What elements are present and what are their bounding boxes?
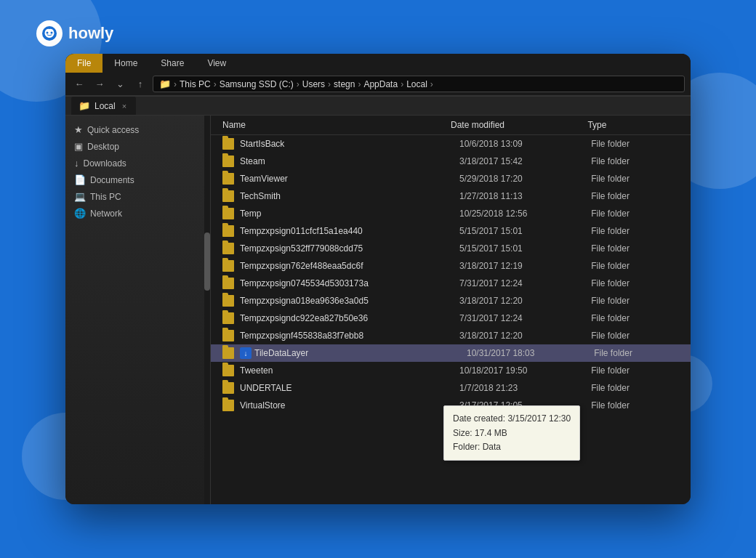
file-explorer-window: File Home Share View ← → ⌄ ↑ 📁 › This PC…	[65, 54, 691, 504]
table-row[interactable]: Steam3/18/2017 15:42File folder	[211, 153, 691, 170]
col-header-type[interactable]: Type	[587, 120, 679, 130]
file-date: 5/15/2017 15:01	[459, 226, 591, 236]
path-local[interactable]: Local	[406, 79, 427, 89]
file-date: 3/18/2017 12:20	[459, 331, 591, 341]
path-separator-1: ›	[214, 79, 217, 89]
back-button[interactable]: ←	[71, 76, 87, 92]
path-separator-4: ›	[358, 79, 361, 89]
file-name: Tempzxpsigndc922ea827b50e36	[240, 313, 459, 323]
file-type: File folder	[591, 331, 679, 341]
forward-button[interactable]: →	[92, 76, 108, 92]
file-type: File folder	[591, 139, 679, 149]
downloads-icon: ↓	[74, 158, 79, 169]
table-row[interactable]: Temp10/25/2018 12:56File folder	[211, 205, 691, 222]
path-separator-6: ›	[430, 79, 433, 89]
path-user[interactable]: stegn	[334, 79, 355, 89]
tab-label: Local	[94, 101, 116, 111]
address-bar: ← → ⌄ ↑ 📁 › This PC › Samsung SSD (C:) ›…	[65, 73, 691, 96]
file-type: File folder	[591, 296, 679, 306]
file-name: StartIsBack	[240, 139, 459, 149]
sidebar-item-network[interactable]: 🌐 Network	[65, 205, 210, 222]
file-type: File folder	[591, 191, 679, 201]
tab-bar: 📁 Local ×	[65, 97, 691, 116]
star-icon: ★	[74, 124, 83, 135]
sidebar-item-desktop[interactable]: ▣ Desktop	[65, 138, 210, 155]
network-icon: 🌐	[74, 208, 86, 219]
path-appdata[interactable]: AppData	[363, 79, 398, 89]
table-row[interactable]: TechSmith1/27/2018 11:13File folder	[211, 187, 691, 205]
file-date: 1/7/2018 21:23	[459, 383, 591, 393]
column-headers: Name Date modified Type	[211, 116, 691, 135]
folder-icon	[222, 208, 234, 219]
path-this-pc[interactable]: This PC	[180, 79, 211, 89]
table-row[interactable]: Tempzxpsign0745534d5303173a7/31/2017 12:…	[211, 275, 691, 292]
folder-icon	[222, 173, 234, 185]
pc-icon: 💻	[74, 191, 86, 202]
table-row[interactable]: Tempzxpsign011cfcf15a1ea4405/15/2017 15:…	[211, 222, 691, 240]
sidebar-item-quick-access[interactable]: ★ Quick access	[65, 121, 210, 138]
file-type: File folder	[591, 261, 679, 271]
sidebar-scrollbar[interactable]	[204, 116, 210, 504]
recent-button[interactable]: ⌄	[112, 76, 128, 92]
sidebar-item-this-pc[interactable]: 💻 This PC	[65, 188, 210, 205]
file-date: 3/18/2017 15:42	[459, 156, 591, 166]
tab-home[interactable]: Home	[102, 54, 149, 73]
folder-icon	[222, 330, 234, 341]
table-row[interactable]: Tempzxpsignf455838a83f7ebb83/18/2017 12:…	[211, 327, 691, 344]
table-row[interactable]: UNDERTALE1/7/2018 21:23File folder	[211, 379, 691, 397]
path-separator-5: ›	[401, 79, 403, 89]
file-type: File folder	[591, 243, 679, 254]
table-row[interactable]: ↓TileDataLayer10/31/2017 18:03File folde…	[211, 344, 691, 362]
file-type: File folder	[591, 226, 679, 236]
file-type: File folder	[591, 383, 679, 393]
file-name: Tweeten	[240, 365, 459, 376]
table-row[interactable]: Tweeten10/18/2017 19:50File folder	[211, 362, 691, 379]
sidebar-scrollbar-thumb	[204, 232, 210, 291]
file-rows: StartIsBack10/6/2018 13:09File folderSte…	[211, 135, 691, 501]
folder-icon	[222, 190, 234, 202]
sidebar-item-documents[interactable]: 📄 Documents	[65, 171, 210, 188]
table-row[interactable]: Tempzxpsign762ef488eaa5dc6f3/18/2017 12:…	[211, 257, 691, 275]
file-name: Tempzxpsign532ff779088cdd75	[240, 243, 459, 254]
table-row[interactable]: StartIsBack10/6/2018 13:09File folder	[211, 135, 691, 153]
col-header-name[interactable]: Name	[222, 120, 451, 130]
file-type: File folder	[591, 365, 679, 376]
file-type: File folder	[591, 209, 679, 219]
tab-share[interactable]: Share	[149, 54, 196, 73]
ribbon: File Home Share View ← → ⌄ ↑ 📁 › This PC…	[65, 54, 691, 97]
folder-icon	[222, 225, 234, 237]
ribbon-tabs: File Home Share View	[65, 54, 691, 73]
folder-icon	[222, 312, 234, 324]
file-date: 10/18/2017 19:50	[459, 365, 591, 376]
folder-icon	[222, 260, 234, 272]
path-drive[interactable]: Samsung SSD (C:)	[220, 79, 294, 89]
table-row[interactable]: Tempzxpsigna018ea9636e3a0d53/18/2017 12:…	[211, 292, 691, 310]
local-tab[interactable]: 📁 Local ×	[71, 97, 136, 115]
tab-view[interactable]: View	[196, 54, 238, 73]
table-row[interactable]: TeamViewer5/29/2018 17:20File folder	[211, 170, 691, 187]
folder-icon	[222, 347, 234, 359]
address-path[interactable]: 📁 › This PC › Samsung SSD (C:) › Users ›…	[153, 76, 685, 92]
file-name: UNDERTALE	[240, 383, 459, 393]
brand-name: howly	[68, 24, 113, 43]
download-icon: ↓	[240, 347, 252, 359]
table-row[interactable]: Tempzxpsign532ff779088cdd755/15/2017 15:…	[211, 240, 691, 257]
tab-close-button[interactable]: ×	[120, 101, 129, 111]
file-name: Tempzxpsign762ef488eaa5dc6f	[240, 261, 459, 271]
sidebar-item-downloads[interactable]: ↓ Downloads	[65, 155, 210, 171]
col-header-date[interactable]: Date modified	[451, 120, 587, 130]
up-button[interactable]: ↑	[132, 76, 148, 92]
file-name: VirtualStore	[240, 400, 459, 411]
sidebar: ★ Quick access ▣ Desktop ↓ Downloads 📄 D…	[65, 116, 211, 504]
path-separator-0: ›	[174, 79, 177, 89]
path-users[interactable]: Users	[302, 79, 325, 89]
folder-icon	[222, 155, 234, 167]
file-name: Tempzxpsigna018ea9636e3a0d5	[240, 296, 459, 306]
path-separator-2: ›	[297, 79, 299, 89]
file-date: 7/31/2017 12:24	[459, 278, 591, 288]
path-folder-icon: 📁	[159, 78, 171, 89]
file-date: 5/29/2018 17:20	[459, 174, 591, 184]
svg-point-1	[47, 32, 49, 34]
table-row[interactable]: Tempzxpsigndc922ea827b50e367/31/2017 12:…	[211, 310, 691, 327]
tab-file[interactable]: File	[65, 54, 102, 73]
